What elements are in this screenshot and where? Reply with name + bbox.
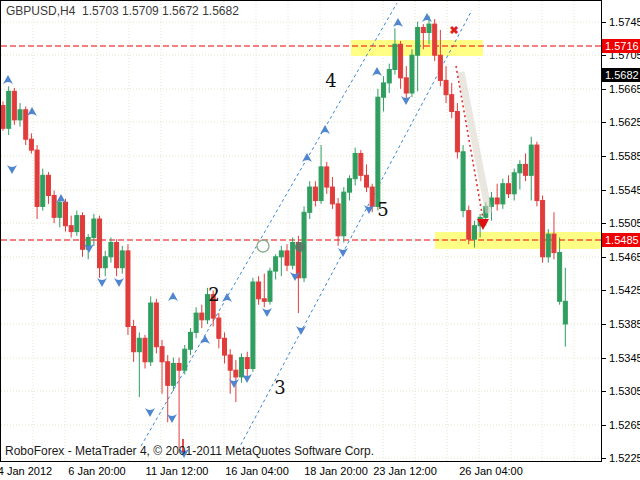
candle-body xyxy=(393,44,397,69)
candle-body xyxy=(444,80,448,94)
fractal-up-icon xyxy=(168,292,178,301)
candle-body xyxy=(126,251,130,327)
candle-body xyxy=(376,97,380,206)
candle-body xyxy=(313,187,317,200)
candle-body xyxy=(404,78,408,93)
candle-body xyxy=(518,164,522,172)
candle-body xyxy=(501,184,505,204)
candle-body xyxy=(69,226,73,232)
candle-body xyxy=(336,204,340,236)
candle-body xyxy=(98,219,102,268)
fractal-down-icon xyxy=(167,414,177,423)
price-tick-mark xyxy=(602,223,606,224)
price-axis-label: 1.5505 xyxy=(609,217,640,229)
candle-body xyxy=(308,187,312,212)
candle-body xyxy=(194,313,198,332)
fractal-up-icon xyxy=(302,153,312,162)
price-badge-resistance-level: 1.5716 xyxy=(602,39,640,53)
candle-body xyxy=(507,184,511,194)
candle-body xyxy=(58,202,62,217)
candle-body xyxy=(382,83,386,97)
wave-number-label: 3 xyxy=(274,377,285,398)
time-axis: 4 Jan 20126 Jan 20:0011 Jan 12:0016 Jan … xyxy=(0,462,640,480)
candle-body xyxy=(149,303,153,362)
price-axis-label: 1.5665 xyxy=(609,83,640,95)
time-axis-label: 6 Jan 20:00 xyxy=(68,465,126,477)
candle-body xyxy=(183,349,187,370)
fractal-up-icon xyxy=(200,335,210,344)
price-tick-mark xyxy=(602,22,606,23)
fractal-down-icon xyxy=(7,165,17,174)
candle-body xyxy=(115,243,119,268)
price-tick-mark xyxy=(602,55,606,56)
time-axis-label: 16 Jan 04:00 xyxy=(225,465,289,477)
price-axis-label: 1.5385 xyxy=(609,318,640,330)
candle-body xyxy=(18,110,22,120)
price-tick-mark xyxy=(602,122,606,123)
fractal-up-icon xyxy=(222,293,232,302)
candle-body xyxy=(416,27,420,55)
price-tick-mark xyxy=(602,458,606,459)
price-axis: 1.57451.57051.56651.56251.55851.55451.55… xyxy=(602,0,640,462)
time-axis-label: 4 Jan 2012 xyxy=(0,465,52,477)
candle-body xyxy=(524,164,528,175)
candle-body xyxy=(7,91,11,128)
entry-point-dot-icon xyxy=(295,242,305,252)
candle-body xyxy=(223,338,227,355)
candlestick-chart[interactable]: 2345✖ xyxy=(0,0,602,462)
candle-body xyxy=(410,55,414,93)
price-axis-label: 1.5305 xyxy=(609,385,640,397)
price-tick-mark xyxy=(602,190,606,191)
candle-body xyxy=(24,110,28,139)
fractal-up-icon xyxy=(320,125,330,134)
time-axis-label: 18 Jan 20:00 xyxy=(304,465,368,477)
candle-body xyxy=(353,153,357,178)
price-badge-current-bid: 1.5682 xyxy=(602,68,640,82)
price-axis-label: 1.5425 xyxy=(609,284,640,296)
candle-body xyxy=(370,187,374,206)
chart-plot-area[interactable]: 2345✖ GBPUSD,H4 1.5703 1.5709 1.5672 1.5… xyxy=(0,0,602,462)
candle-body xyxy=(541,201,545,257)
price-tick-mark xyxy=(602,425,606,426)
candle-body xyxy=(132,327,136,352)
fractal-up-icon xyxy=(372,67,382,76)
candle-body xyxy=(177,363,181,370)
price-axis-label: 1.5345 xyxy=(609,352,640,364)
wave-number-label: 2 xyxy=(208,284,219,305)
candle-body xyxy=(558,253,562,302)
candle-body xyxy=(268,271,272,301)
fractal-up-icon xyxy=(3,75,13,84)
candle-body xyxy=(171,363,175,385)
price-axis-label: 1.5265 xyxy=(609,419,640,431)
candle-body xyxy=(41,175,45,206)
candle-body xyxy=(325,167,329,187)
candle-body xyxy=(563,301,567,324)
candle-body xyxy=(120,251,124,268)
candle-body xyxy=(35,150,39,206)
candle-body xyxy=(137,338,141,351)
candle-body xyxy=(52,195,56,217)
candle-body xyxy=(291,243,295,266)
candle-body xyxy=(387,69,391,82)
candle-body xyxy=(472,226,476,239)
fractal-down-icon xyxy=(262,308,272,317)
candle-body xyxy=(455,111,459,151)
candle-body xyxy=(512,173,516,194)
candle-body xyxy=(92,219,96,237)
candle-body xyxy=(12,91,16,120)
candle-body xyxy=(154,303,158,347)
candle-body xyxy=(546,234,550,257)
price-tick-mark xyxy=(602,391,606,392)
plot-border xyxy=(1,1,602,462)
candle-body xyxy=(467,211,471,240)
candle-body xyxy=(552,234,556,252)
candle-body xyxy=(251,282,255,369)
time-axis-label: 23 Jan 12:00 xyxy=(373,465,437,477)
candle-body xyxy=(529,145,533,175)
price-axis-label: 1.5465 xyxy=(609,251,640,263)
candle-body xyxy=(274,257,278,271)
candle-body xyxy=(279,251,283,257)
fractal-down-icon xyxy=(114,278,124,287)
candle-body xyxy=(285,251,289,265)
mt4-chart-window: 2345✖ GBPUSD,H4 1.5703 1.5709 1.5672 1.5… xyxy=(0,0,640,480)
